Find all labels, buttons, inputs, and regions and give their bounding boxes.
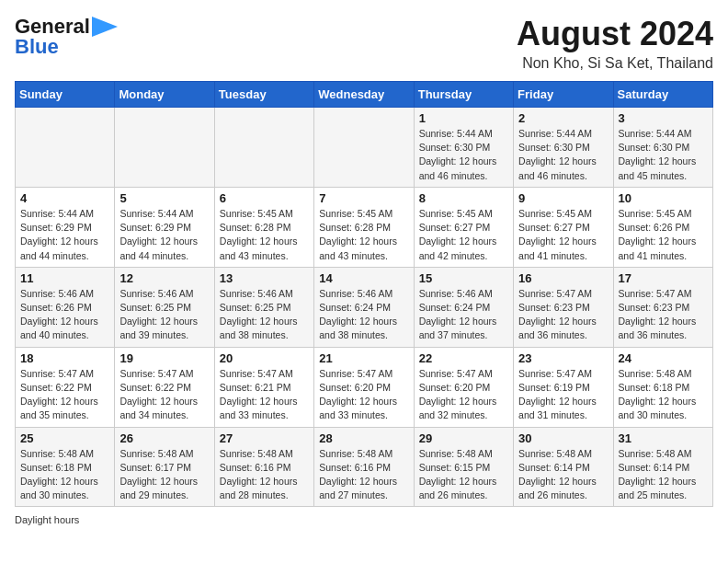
calendar-cell: 7Sunrise: 5:45 AM Sunset: 6:28 PM Daylig…	[314, 187, 414, 267]
day-number: 11	[20, 271, 109, 285]
day-number: 25	[20, 431, 109, 445]
day-number: 31	[619, 431, 708, 445]
page-subtitle: Non Kho, Si Sa Ket, Thailand	[517, 55, 713, 72]
weekday-header-monday: Monday	[115, 82, 214, 108]
weekday-header-tuesday: Tuesday	[214, 82, 313, 108]
calendar-cell	[16, 108, 115, 188]
day-info: Sunrise: 5:44 AM Sunset: 6:29 PM Dayligh…	[20, 207, 109, 263]
calendar-cell: 28Sunrise: 5:48 AM Sunset: 6:16 PM Dayli…	[314, 427, 414, 507]
day-info: Sunrise: 5:47 AM Sunset: 6:20 PM Dayligh…	[419, 367, 508, 423]
day-info: Sunrise: 5:44 AM Sunset: 6:30 PM Dayligh…	[518, 127, 608, 183]
day-info: Sunrise: 5:45 AM Sunset: 6:28 PM Dayligh…	[220, 207, 309, 263]
daylight-hours-label: Daylight hours	[15, 514, 79, 525]
day-number: 14	[319, 271, 408, 285]
day-number: 17	[619, 271, 708, 285]
day-number: 12	[119, 271, 209, 285]
day-info: Sunrise: 5:48 AM Sunset: 6:15 PM Dayligh…	[419, 447, 508, 503]
calendar-cell: 9Sunrise: 5:45 AM Sunset: 6:27 PM Daylig…	[514, 187, 613, 267]
calendar-cell: 24Sunrise: 5:48 AM Sunset: 6:18 PM Dayli…	[613, 347, 712, 427]
header: General Blue August 2024 Non Kho, Si Sa …	[15, 15, 713, 72]
calendar-cell: 3Sunrise: 5:44 AM Sunset: 6:30 PM Daylig…	[613, 108, 712, 188]
day-number: 22	[419, 351, 508, 365]
calendar-cell	[214, 108, 313, 188]
day-info: Sunrise: 5:48 AM Sunset: 6:16 PM Dayligh…	[220, 447, 309, 503]
day-number: 21	[319, 351, 408, 365]
weekday-header-friday: Friday	[514, 82, 613, 108]
calendar-week-row: 11Sunrise: 5:46 AM Sunset: 6:26 PM Dayli…	[16, 267, 713, 347]
day-number: 9	[518, 191, 608, 205]
day-info: Sunrise: 5:47 AM Sunset: 6:23 PM Dayligh…	[518, 287, 608, 343]
calendar-cell: 19Sunrise: 5:47 AM Sunset: 6:22 PM Dayli…	[115, 347, 214, 427]
day-info: Sunrise: 5:48 AM Sunset: 6:14 PM Dayligh…	[619, 447, 708, 503]
calendar-cell: 20Sunrise: 5:47 AM Sunset: 6:21 PM Dayli…	[214, 347, 313, 427]
calendar-cell: 21Sunrise: 5:47 AM Sunset: 6:20 PM Dayli…	[314, 347, 414, 427]
day-info: Sunrise: 5:47 AM Sunset: 6:22 PM Dayligh…	[20, 367, 109, 423]
calendar-cell: 31Sunrise: 5:48 AM Sunset: 6:14 PM Dayli…	[613, 427, 712, 507]
day-number: 28	[319, 431, 408, 445]
day-number: 3	[619, 111, 708, 125]
calendar-cell: 27Sunrise: 5:48 AM Sunset: 6:16 PM Dayli…	[214, 427, 313, 507]
svg-marker-0	[92, 17, 118, 37]
day-number: 15	[419, 271, 508, 285]
calendar-cell: 30Sunrise: 5:48 AM Sunset: 6:14 PM Dayli…	[514, 427, 613, 507]
day-info: Sunrise: 5:45 AM Sunset: 6:26 PM Dayligh…	[619, 207, 708, 263]
day-info: Sunrise: 5:44 AM Sunset: 6:29 PM Dayligh…	[119, 207, 209, 263]
weekday-header-sunday: Sunday	[16, 82, 115, 108]
calendar-cell: 6Sunrise: 5:45 AM Sunset: 6:28 PM Daylig…	[214, 187, 313, 267]
calendar-cell: 23Sunrise: 5:47 AM Sunset: 6:19 PM Dayli…	[514, 347, 613, 427]
day-info: Sunrise: 5:48 AM Sunset: 6:16 PM Dayligh…	[319, 447, 408, 503]
calendar-cell: 22Sunrise: 5:47 AM Sunset: 6:20 PM Dayli…	[414, 347, 513, 427]
calendar-cell: 17Sunrise: 5:47 AM Sunset: 6:23 PM Dayli…	[613, 267, 712, 347]
calendar-cell: 14Sunrise: 5:46 AM Sunset: 6:24 PM Dayli…	[314, 267, 414, 347]
weekday-header-wednesday: Wednesday	[314, 82, 414, 108]
calendar-cell: 5Sunrise: 5:44 AM Sunset: 6:29 PM Daylig…	[115, 187, 214, 267]
day-info: Sunrise: 5:45 AM Sunset: 6:27 PM Dayligh…	[518, 207, 608, 263]
calendar-cell: 11Sunrise: 5:46 AM Sunset: 6:26 PM Dayli…	[16, 267, 115, 347]
calendar-cell	[314, 108, 414, 188]
calendar-cell: 18Sunrise: 5:47 AM Sunset: 6:22 PM Dayli…	[16, 347, 115, 427]
day-number: 18	[20, 351, 109, 365]
day-number: 16	[518, 271, 608, 285]
day-number: 29	[419, 431, 508, 445]
day-number: 5	[119, 191, 209, 205]
calendar-week-row: 25Sunrise: 5:48 AM Sunset: 6:18 PM Dayli…	[16, 427, 713, 507]
day-info: Sunrise: 5:48 AM Sunset: 6:18 PM Dayligh…	[20, 447, 109, 503]
day-info: Sunrise: 5:47 AM Sunset: 6:23 PM Dayligh…	[619, 287, 708, 343]
day-number: 13	[220, 271, 309, 285]
calendar-cell: 29Sunrise: 5:48 AM Sunset: 6:15 PM Dayli…	[414, 427, 513, 507]
calendar: SundayMondayTuesdayWednesdayThursdayFrid…	[15, 81, 713, 507]
day-number: 10	[619, 191, 708, 205]
day-info: Sunrise: 5:46 AM Sunset: 6:24 PM Dayligh…	[319, 287, 408, 343]
calendar-cell: 8Sunrise: 5:45 AM Sunset: 6:27 PM Daylig…	[414, 187, 513, 267]
day-number: 27	[220, 431, 309, 445]
calendar-cell: 12Sunrise: 5:46 AM Sunset: 6:25 PM Dayli…	[115, 267, 214, 347]
calendar-cell: 15Sunrise: 5:46 AM Sunset: 6:24 PM Dayli…	[414, 267, 513, 347]
day-info: Sunrise: 5:46 AM Sunset: 6:24 PM Dayligh…	[419, 287, 508, 343]
calendar-cell	[115, 108, 214, 188]
day-number: 23	[518, 351, 608, 365]
day-number: 2	[518, 111, 608, 125]
day-number: 24	[619, 351, 708, 365]
footer-note: Daylight hours	[15, 514, 713, 525]
day-number: 26	[119, 431, 209, 445]
day-info: Sunrise: 5:44 AM Sunset: 6:30 PM Dayligh…	[619, 127, 708, 183]
calendar-cell: 25Sunrise: 5:48 AM Sunset: 6:18 PM Dayli…	[16, 427, 115, 507]
day-info: Sunrise: 5:48 AM Sunset: 6:14 PM Dayligh…	[518, 447, 608, 503]
day-number: 30	[518, 431, 608, 445]
calendar-cell: 26Sunrise: 5:48 AM Sunset: 6:17 PM Dayli…	[115, 427, 214, 507]
calendar-week-row: 1Sunrise: 5:44 AM Sunset: 6:30 PM Daylig…	[16, 108, 713, 188]
day-info: Sunrise: 5:47 AM Sunset: 6:19 PM Dayligh…	[518, 367, 608, 423]
page-title: August 2024	[517, 15, 713, 53]
weekday-header-saturday: Saturday	[613, 82, 712, 108]
day-info: Sunrise: 5:45 AM Sunset: 6:27 PM Dayligh…	[419, 207, 508, 263]
calendar-week-row: 18Sunrise: 5:47 AM Sunset: 6:22 PM Dayli…	[16, 347, 713, 427]
day-info: Sunrise: 5:48 AM Sunset: 6:18 PM Dayligh…	[619, 367, 708, 423]
weekday-header-thursday: Thursday	[414, 82, 513, 108]
title-area: August 2024 Non Kho, Si Sa Ket, Thailand	[517, 15, 713, 72]
day-info: Sunrise: 5:45 AM Sunset: 6:28 PM Dayligh…	[319, 207, 408, 263]
calendar-cell: 10Sunrise: 5:45 AM Sunset: 6:26 PM Dayli…	[613, 187, 712, 267]
day-info: Sunrise: 5:46 AM Sunset: 6:25 PM Dayligh…	[220, 287, 309, 343]
calendar-cell: 4Sunrise: 5:44 AM Sunset: 6:29 PM Daylig…	[16, 187, 115, 267]
day-info: Sunrise: 5:46 AM Sunset: 6:26 PM Dayligh…	[20, 287, 109, 343]
day-info: Sunrise: 5:47 AM Sunset: 6:21 PM Dayligh…	[220, 367, 309, 423]
